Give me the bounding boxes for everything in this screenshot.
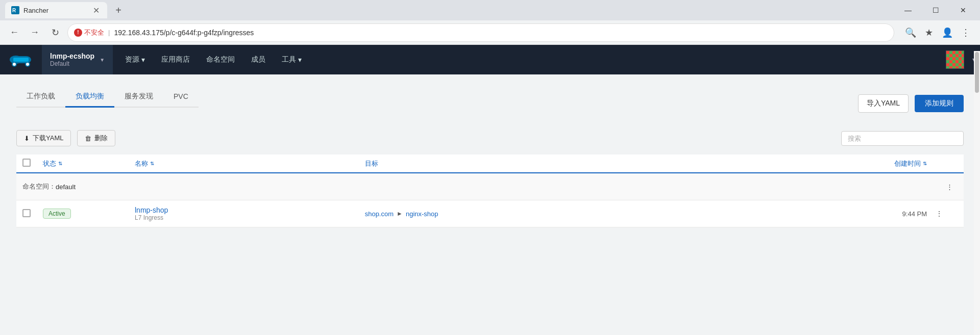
scrollbar-track xyxy=(974,51,980,335)
menu-button[interactable]: ⋮ xyxy=(958,24,974,41)
header-status-col[interactable]: 状态 ⇅ xyxy=(43,159,135,168)
url-separator: | xyxy=(108,29,110,36)
new-tab-button[interactable]: + xyxy=(111,3,126,17)
resources-chevron-icon: ▾ xyxy=(141,56,145,64)
navbar-menu: 资源 ▾ 应用商店 命名空间 成员 工具 ▾ xyxy=(117,45,310,74)
svg-text:R: R xyxy=(12,8,16,13)
page-tabs-row: 工作负载 负载均衡 服务发现 PVC 导入YAML 添加规则 xyxy=(16,87,964,120)
row-time-col: 9:44 PM xyxy=(825,210,927,218)
header-checkbox-col xyxy=(22,159,43,168)
row-checkbox-col xyxy=(22,209,43,219)
cluster-chevron-icon: ▼ xyxy=(100,57,105,63)
row-checkbox[interactable] xyxy=(22,209,31,217)
tab-load-balance[interactable]: 负载均衡 xyxy=(65,87,114,108)
avatar-image xyxy=(946,50,964,69)
svg-point-7 xyxy=(12,62,16,66)
browser-tab[interactable]: R Rancher ✕ xyxy=(5,2,107,18)
maximize-button[interactable]: ☐ xyxy=(924,2,947,18)
svg-point-8 xyxy=(26,62,30,66)
delete-icon: 🗑 xyxy=(85,135,91,142)
header-target-col: 目标 xyxy=(365,159,825,168)
browser-toolbar: ← → ↻ ! 不安全 | 192.168.43.175/p/c-g644f:p… xyxy=(0,20,980,45)
address-bar[interactable]: ! 不安全 | 192.168.43.175/p/c-g644f:p-g4fzp… xyxy=(67,23,894,42)
navbar-cluster-selector[interactable]: lnmp-ecshop Default ▼ xyxy=(42,45,113,74)
forward-button[interactable]: → xyxy=(27,24,43,41)
rancher-logo xyxy=(8,50,34,69)
delete-button[interactable]: 🗑 删除 xyxy=(77,130,115,146)
security-label: 不安全 xyxy=(84,28,104,37)
navbar-brand xyxy=(0,50,42,69)
navbar-cluster-info: lnmp-ecshop Default xyxy=(50,52,94,67)
header-name-col[interactable]: 名称 ⇅ xyxy=(135,159,365,168)
window-controls: — ☐ ✕ xyxy=(896,2,975,18)
row-name-col: lnmp-shop L7 Ingress xyxy=(135,206,365,221)
search-box xyxy=(841,131,964,146)
tab-workload[interactable]: 工作负载 xyxy=(16,87,65,108)
bookmark-button[interactable]: ★ xyxy=(921,24,937,41)
search-toolbar-button[interactable]: 🔍 xyxy=(902,24,919,41)
time-sort-icon: ⇅ xyxy=(923,161,927,166)
navbar-cluster-env: Default xyxy=(50,60,94,67)
namespace-kebab-menu[interactable]: ⋮ xyxy=(941,178,958,195)
back-button[interactable]: ← xyxy=(6,24,22,41)
navbar-menu-resources[interactable]: 资源 ▾ xyxy=(117,45,153,74)
tab-favicon: R xyxy=(11,6,19,14)
navbar-menu-appstore[interactable]: 应用商店 xyxy=(153,45,198,74)
table-row: Active lnmp-shop L7 Ingress shop.com ► n… xyxy=(16,200,964,227)
row-type: L7 Ingress xyxy=(135,214,168,221)
browser-titlebar: R Rancher ✕ + — ☐ ✕ xyxy=(0,0,980,20)
target-arrow-icon: ► xyxy=(397,210,403,217)
browser-toolbar-icons: 🔍 ★ 👤 ⋮ xyxy=(902,24,974,41)
navbar-menu-tools[interactable]: 工具 ▾ xyxy=(274,45,310,74)
row-target-col: shop.com ► nginx-shop xyxy=(365,210,825,218)
page-content: 工作负载 负载均衡 服务发现 PVC 导入YAML 添加规则 ⬇ xyxy=(0,74,980,240)
minimize-button[interactable]: — xyxy=(896,2,920,18)
security-warning: ! 不安全 xyxy=(74,28,104,37)
target-service: nginx-shop xyxy=(406,210,438,218)
target-host: shop.com xyxy=(365,210,394,218)
user-avatar[interactable] xyxy=(946,50,964,69)
tab-pvc[interactable]: PVC xyxy=(163,87,199,107)
app-navbar: lnmp-ecshop Default ▼ 资源 ▾ 应用商店 命名空间 成员 … xyxy=(0,45,980,74)
row-kebab-menu[interactable]: ⋮ xyxy=(931,205,947,222)
navbar-menu-members[interactable]: 成员 xyxy=(243,45,274,74)
svg-rect-6 xyxy=(13,58,29,62)
page-tabs: 工作负载 负载均衡 服务发现 PVC xyxy=(16,87,199,108)
search-input[interactable] xyxy=(841,131,964,146)
address-url: 192.168.43.175/p/c-g644f:p-g4fzp/ingress… xyxy=(114,29,888,37)
security-icon: ! xyxy=(74,29,82,37)
navbar-cluster-name: lnmp-ecshop xyxy=(50,52,94,60)
tools-chevron-icon: ▾ xyxy=(298,56,302,64)
import-yaml-button[interactable]: 导入YAML xyxy=(858,94,909,113)
row-target: shop.com ► nginx-shop xyxy=(365,210,825,218)
navbar-menu-namespaces[interactable]: 命名空间 xyxy=(198,45,243,74)
tab-title: Rancher xyxy=(23,7,87,14)
status-badge: Active xyxy=(43,209,71,219)
tab-service-discovery[interactable]: 服务发现 xyxy=(114,87,163,108)
tab-close-button[interactable]: ✕ xyxy=(91,5,101,15)
status-sort-icon: ⇅ xyxy=(58,161,62,166)
row-actions-col: ⋮ xyxy=(927,205,958,222)
download-icon: ⬇ xyxy=(24,135,30,142)
table-header: 状态 ⇅ 名称 ⇅ 目标 创建时间 ⇅ xyxy=(16,154,964,173)
row-status-col: Active xyxy=(43,209,135,219)
select-all-checkbox[interactable] xyxy=(22,159,31,167)
download-yaml-button[interactable]: ⬇ 下载YAML xyxy=(16,130,71,146)
namespace-group-row: 命名空间： default ⋮ xyxy=(16,173,964,200)
row-created-time: 9:44 PM xyxy=(902,210,927,218)
reload-button[interactable]: ↻ xyxy=(47,24,63,41)
row-name-link[interactable]: lnmp-shop xyxy=(135,206,168,214)
namespace-label: 命名空间： xyxy=(22,182,56,191)
table-controls: ⬇ 下载YAML 🗑 删除 xyxy=(16,130,964,146)
name-sort-icon: ⇅ xyxy=(150,161,154,166)
add-rule-button[interactable]: 添加规则 xyxy=(915,95,964,112)
close-button[interactable]: ✕ xyxy=(951,2,975,18)
account-button[interactable]: 👤 xyxy=(939,24,955,41)
header-time-col[interactable]: 创建时间 ⇅ xyxy=(825,159,927,168)
namespace-name: default xyxy=(56,183,76,191)
browser-frame: R Rancher ✕ + — ☐ ✕ ← → ↻ ! 不安全 | 192.16… xyxy=(0,0,980,335)
scrollbar-thumb[interactable] xyxy=(975,52,979,93)
page-actions: 导入YAML 添加规则 xyxy=(858,94,964,113)
